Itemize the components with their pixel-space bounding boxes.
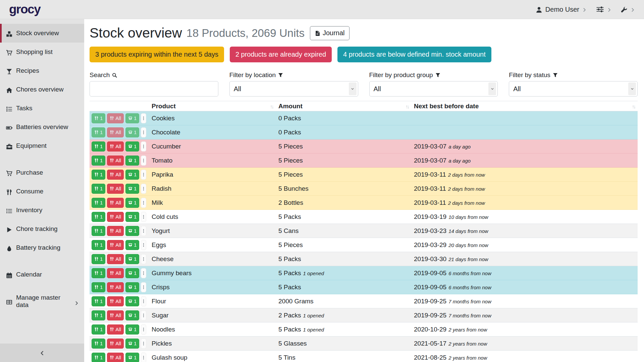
open-one-button[interactable]: 1 <box>125 170 139 180</box>
consume-one-button[interactable]: 1 <box>92 141 105 152</box>
consume-all-button[interactable]: All <box>107 268 124 278</box>
consume-one-button[interactable]: 1 <box>92 198 105 208</box>
row-menu-button[interactable] <box>141 170 146 180</box>
row-menu-button[interactable] <box>141 226 146 236</box>
open-one-button[interactable]: 1 <box>125 254 139 264</box>
open-one-button[interactable]: 1 <box>125 184 139 194</box>
sidebar-item-consume[interactable]: Consume <box>0 182 84 201</box>
filter-by-location-select[interactable]: All <box>229 81 358 97</box>
consume-one-button[interactable]: 1 <box>92 184 105 194</box>
consume-one-button[interactable]: 1 <box>92 240 105 250</box>
user-menu[interactable]: Demo User <box>536 6 587 13</box>
open-one-button[interactable]: 1 <box>125 127 139 137</box>
consume-all-button[interactable]: All <box>107 156 124 166</box>
open-one-button[interactable]: 1 <box>125 296 139 306</box>
sidebar-item-stock-overview[interactable]: Stock overview <box>0 24 84 43</box>
row-menu-button[interactable] <box>141 240 146 250</box>
consume-all-button[interactable]: All <box>107 339 124 349</box>
open-one-button[interactable]: 1 <box>125 268 139 278</box>
consume-one-button[interactable]: 1 <box>92 339 105 349</box>
row-menu-button[interactable] <box>141 339 146 349</box>
search-input[interactable] <box>90 81 218 97</box>
consume-one-button[interactable]: 1 <box>92 268 105 278</box>
sidebar-item-manage-master-data[interactable]: Manage master data <box>0 292 84 311</box>
column-header-next-best-before-date[interactable]: Next best before date↑↓ <box>411 101 638 111</box>
open-one-button[interactable]: 1 <box>125 141 139 152</box>
consume-all-button[interactable]: All <box>107 113 124 123</box>
consume-all-button[interactable]: All <box>107 240 124 250</box>
journal-button[interactable]: Journal <box>310 26 350 40</box>
open-one-button[interactable]: 1 <box>125 339 139 349</box>
consume-all-button[interactable]: All <box>107 198 124 208</box>
column-header-amount[interactable]: Amount↑↓ <box>276 101 411 111</box>
consume-one-button[interactable]: 1 <box>92 296 105 306</box>
open-one-button[interactable]: 1 <box>125 226 139 236</box>
sidebar-item-batteries-overview[interactable]: Batteries overview <box>0 118 84 136</box>
open-one-button[interactable]: 1 <box>125 198 139 208</box>
row-menu-button[interactable] <box>141 268 146 278</box>
consume-one-button[interactable]: 1 <box>92 226 105 236</box>
consume-one-button[interactable]: 1 <box>92 310 105 320</box>
open-one-button[interactable]: 1 <box>125 240 139 250</box>
admin-menu[interactable] <box>621 6 635 13</box>
alert-danger[interactable]: 2 products are already expired <box>230 47 332 62</box>
app-logo[interactable]: grocy <box>9 2 40 16</box>
sidebar-item-calendar[interactable]: Calendar <box>0 265 84 284</box>
consume-one-button[interactable]: 1 <box>92 156 105 166</box>
sidebar-item-inventory[interactable]: Inventory <box>0 201 84 220</box>
open-one-button[interactable]: 1 <box>125 212 139 222</box>
consume-all-button[interactable]: All <box>107 170 124 180</box>
sidebar-item-chore-tracking[interactable]: Chore tracking <box>0 220 84 238</box>
consume-one-button[interactable]: 1 <box>92 212 105 222</box>
consume-all-button[interactable]: All <box>107 184 124 194</box>
row-menu-button[interactable] <box>141 127 146 137</box>
sidebar-item-tasks[interactable]: Tasks <box>0 99 84 118</box>
row-menu-button[interactable] <box>141 296 146 306</box>
row-menu-button[interactable] <box>141 254 146 264</box>
consume-one-button[interactable]: 1 <box>92 324 105 335</box>
row-menu-button[interactable] <box>141 310 146 320</box>
open-one-button[interactable]: 1 <box>125 156 139 166</box>
open-one-button[interactable]: 1 <box>125 353 139 362</box>
row-menu-button[interactable] <box>141 324 146 335</box>
open-one-button[interactable]: 1 <box>125 310 139 320</box>
sidebar-collapse-button[interactable] <box>0 344 84 362</box>
consume-one-button[interactable]: 1 <box>92 353 105 362</box>
sidebar-item-shopping-list[interactable]: Shopping list <box>0 43 84 61</box>
filter-by-product-group-select[interactable]: All <box>369 81 498 97</box>
consume-one-button[interactable]: 1 <box>92 113 105 123</box>
alert-info[interactable]: 4 products are below defined min. stock … <box>337 47 491 62</box>
consume-one-button[interactable]: 1 <box>92 170 105 180</box>
row-menu-button[interactable] <box>141 156 146 166</box>
row-menu-button[interactable] <box>141 141 146 152</box>
open-one-button[interactable]: 1 <box>125 113 139 123</box>
row-menu-button[interactable] <box>141 184 146 194</box>
column-header-product[interactable]: Product↑↓ <box>149 101 276 111</box>
row-menu-button[interactable] <box>141 282 146 292</box>
row-menu-button[interactable] <box>141 353 146 362</box>
sidebar-item-purchase[interactable]: Purchase <box>0 163 84 182</box>
consume-all-button[interactable]: All <box>107 141 124 152</box>
sidebar-item-equipment[interactable]: Equipment <box>0 136 84 155</box>
sidebar-item-recipes[interactable]: Recipes <box>0 61 84 80</box>
settings-menu[interactable] <box>596 5 611 14</box>
consume-all-button[interactable]: All <box>107 296 124 306</box>
consume-one-button[interactable]: 1 <box>92 282 105 292</box>
consume-one-button[interactable]: 1 <box>92 254 105 264</box>
consume-all-button[interactable]: All <box>107 254 124 264</box>
open-one-button[interactable]: 1 <box>125 282 139 292</box>
row-menu-button[interactable] <box>141 113 146 123</box>
row-menu-button[interactable] <box>141 212 146 222</box>
consume-all-button[interactable]: All <box>107 127 124 137</box>
consume-all-button[interactable]: All <box>107 282 124 292</box>
filter-by-status-select[interactable]: All <box>509 81 638 97</box>
row-menu-button[interactable] <box>141 198 146 208</box>
consume-all-button[interactable]: All <box>107 324 124 335</box>
consume-all-button[interactable]: All <box>107 353 124 362</box>
consume-all-button[interactable]: All <box>107 310 124 320</box>
consume-all-button[interactable]: All <box>107 212 124 222</box>
alert-warning[interactable]: 3 products expiring within the next 5 da… <box>90 47 224 62</box>
consume-one-button[interactable]: 1 <box>92 127 105 137</box>
sidebar-item-chores-overview[interactable]: Chores overview <box>0 80 84 99</box>
open-one-button[interactable]: 1 <box>125 324 139 335</box>
